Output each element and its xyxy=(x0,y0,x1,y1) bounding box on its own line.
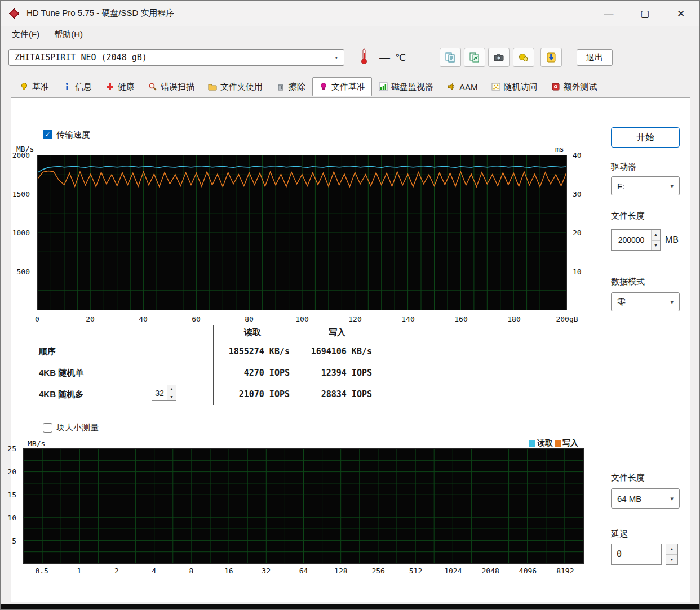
write-legend-label: 写入 xyxy=(562,438,578,448)
block-size-checkbox[interactable]: ✓ xyxy=(43,423,52,433)
axis-tick-label: 0 xyxy=(35,315,39,323)
axis-tick-label: 20 xyxy=(573,229,582,237)
menu-help[interactable]: 帮助(H) xyxy=(50,28,87,42)
axis-tick-label: 8192 xyxy=(556,567,574,575)
axis-tick-label: 0.5 xyxy=(35,567,48,575)
folder-icon xyxy=(208,82,217,91)
exit-button[interactable]: 退出 xyxy=(577,49,613,66)
4k-single-read-value: 4270 IOPS xyxy=(215,368,290,378)
block-chart-y-unit-label: MB/s xyxy=(28,439,45,448)
save-button[interactable] xyxy=(540,48,562,67)
read-legend-swatch xyxy=(529,440,535,447)
tab-info[interactable]: 信息 xyxy=(56,77,99,96)
axis-tick-label: 4 xyxy=(152,567,156,575)
tab-disk-monitor[interactable]: 磁盘监视器 xyxy=(372,77,440,96)
tab-extra-tests[interactable]: 额外测试 xyxy=(544,77,604,96)
axis-tick-label: 4096 xyxy=(519,567,537,575)
drive-letter-combobox[interactable]: F: ▾ xyxy=(611,176,680,195)
axis-tick-label: 64 xyxy=(299,567,308,575)
drive-label: 驱动器 xyxy=(611,162,636,172)
axis-tick-label: 30 xyxy=(573,190,582,198)
maximize-button[interactable]: ▢ xyxy=(627,1,663,26)
app-window: HD Tune Pro 5.75 - 硬盘/SSD 实用程序 — ▢ ✕ 文件(… xyxy=(0,0,700,610)
temperature-value: — xyxy=(379,51,390,64)
delay-down-button[interactable]: ▼ xyxy=(666,555,677,565)
axis-tick-label: 16 xyxy=(224,567,233,575)
sequential-write-value: 1694106 KB/s xyxy=(295,346,372,357)
block-size-label: 块大小测量 xyxy=(56,422,99,433)
transfer-speed-label: 传输速度 xyxy=(56,130,90,140)
axis-tick-label: 20 xyxy=(7,467,16,476)
delay-input[interactable]: 0 xyxy=(611,544,662,565)
queue-depth-spinner[interactable]: 32 ▲ ▼ xyxy=(152,385,176,401)
axis-tick-label: 2 xyxy=(114,567,119,575)
tab-folder-usage[interactable]: 文件夹使用 xyxy=(201,77,269,96)
options-button[interactable] xyxy=(513,48,534,67)
axis-tick-label: 15 xyxy=(7,491,16,499)
block-size-chart xyxy=(23,448,584,564)
menu-file[interactable]: 文件(F) xyxy=(7,28,44,42)
file-length-input[interactable]: 200000 ▲ ▼ xyxy=(611,229,661,251)
random-access-icon xyxy=(491,82,500,91)
minimize-button[interactable]: — xyxy=(591,1,627,26)
delay-spinner[interactable]: ▲ ▼ xyxy=(666,544,678,565)
axis-tick-label: 32 xyxy=(262,567,271,575)
delay-up-button[interactable]: ▲ xyxy=(666,544,677,555)
file-length-up-button[interactable]: ▲ xyxy=(652,230,660,241)
screenshot-button[interactable] xyxy=(488,48,510,67)
tab-erase[interactable]: 擦除 xyxy=(269,77,312,96)
block-file-length-combobox[interactable]: 64 MB ▾ xyxy=(611,488,680,509)
row-label-4k-multi: 4KB 随机多 xyxy=(39,389,83,400)
copy-image-button[interactable] xyxy=(464,48,485,67)
read-column-header: 读取 xyxy=(215,327,290,338)
extra-tests-icon xyxy=(551,82,560,91)
tab-file-benchmark[interactable]: 文件基准 xyxy=(312,77,372,96)
table-divider-horizontal xyxy=(37,341,536,341)
tab-random-access[interactable]: 随机访问 xyxy=(485,77,544,96)
queue-depth-up-button[interactable]: ▲ xyxy=(167,385,176,393)
block-file-length-label: 文件长度 xyxy=(611,473,645,483)
block-chart-x-axis: 0.512481632641282565121024204840968192 xyxy=(23,566,584,577)
axis-tick-label: 500 xyxy=(17,268,30,276)
data-mode-combobox[interactable]: 零 ▾ xyxy=(611,292,680,311)
drive-combobox[interactable]: ZHITAISPIRIT NEO (2048 gB) ▾ xyxy=(8,49,344,66)
tab-aam[interactable]: AAM xyxy=(440,77,485,96)
copy-text-icon xyxy=(445,52,456,63)
tab-error-scan[interactable]: 错误扫描 xyxy=(141,77,201,96)
camera-icon xyxy=(493,52,504,63)
start-button[interactable]: 开始 xyxy=(611,127,680,148)
file-length-down-button[interactable]: ▼ xyxy=(652,241,660,251)
tab-health[interactable]: 健康 xyxy=(99,77,141,96)
chevron-down-icon: ▾ xyxy=(670,495,674,502)
menu-bar: 文件(F) 帮助(H) xyxy=(1,26,87,43)
transfer-speed-checkbox[interactable]: ✓ xyxy=(43,130,52,139)
axis-tick-label: 200gB xyxy=(556,315,578,323)
check-icon: ✓ xyxy=(45,131,50,139)
axis-tick-label: 128 xyxy=(334,567,347,575)
queue-depth-down-button[interactable]: ▼ xyxy=(167,393,176,400)
axis-tick-label: 140 xyxy=(401,315,414,323)
delay-value: 0 xyxy=(612,549,661,559)
axis-tick-label: 20 xyxy=(86,315,95,323)
drive-letter-value: F: xyxy=(617,181,624,191)
axis-tick-label: 10 xyxy=(7,514,16,522)
chevron-down-icon: ▾ xyxy=(334,54,338,61)
row-label-sequential: 顺序 xyxy=(39,346,56,357)
copy-text-button[interactable] xyxy=(440,48,461,67)
axis-tick-label: 1 xyxy=(77,567,82,575)
axis-tick-label: 256 xyxy=(371,567,384,575)
axis-tick-label: 2000 xyxy=(12,151,30,159)
chart-legend: 读取 写入 xyxy=(529,438,578,448)
copy-image-icon xyxy=(469,52,480,63)
window-bottom-edge xyxy=(1,604,699,609)
close-button[interactable]: ✕ xyxy=(663,1,699,26)
transfer-speed-chart xyxy=(37,155,567,310)
axis-tick-label: 40 xyxy=(139,315,148,323)
tab-benchmark[interactable]: 基准 xyxy=(13,77,56,96)
thermometer-icon xyxy=(360,48,368,65)
axis-tick-label: 512 xyxy=(409,567,422,575)
benchmark-icon xyxy=(20,82,29,91)
temperature-unit: ℃ xyxy=(395,52,406,64)
axis-tick-label: 160 xyxy=(454,315,467,323)
transfer-speed-chart-svg xyxy=(38,155,566,310)
